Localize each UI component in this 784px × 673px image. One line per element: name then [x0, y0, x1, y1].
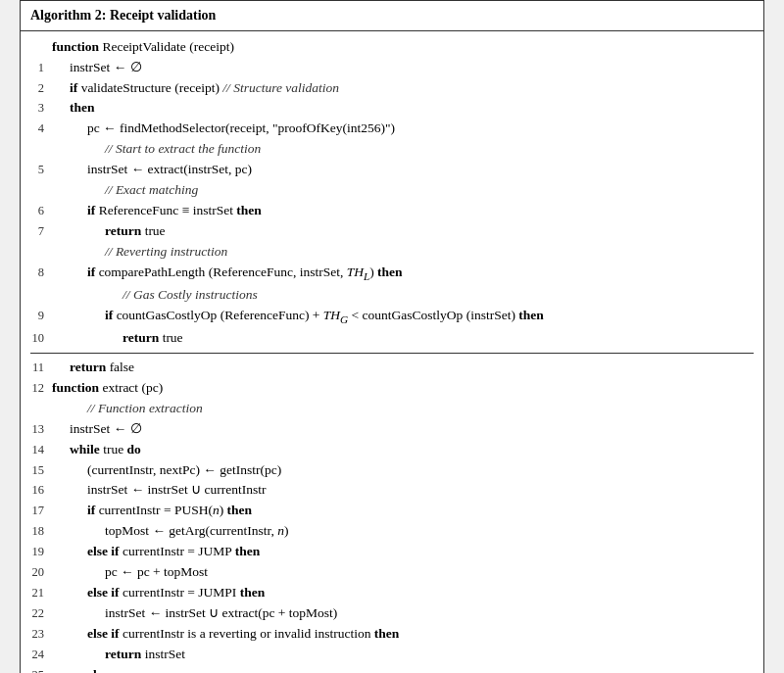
line-content: topMost ← getArg(currentInstr, n) — [52, 521, 754, 542]
line-number: 22 — [30, 604, 52, 623]
algorithm-line: 3then — [30, 98, 754, 119]
line-number: 25 — [30, 666, 52, 673]
line-content: function ReceiptValidate (receipt) — [52, 37, 754, 58]
line-number: 1 — [30, 59, 52, 77]
algorithm-line: // Reverting instruction — [30, 242, 754, 263]
line-number: 10 — [30, 329, 52, 348]
line-number: 9 — [30, 307, 52, 325]
line-content: pc ← findMethodSelector(receipt, "proofO… — [52, 119, 754, 139]
algorithm-line: 4pc ← findMethodSelector(receipt, "proof… — [30, 119, 754, 139]
line-number: 3 — [30, 99, 52, 118]
algorithm-box: Algorithm 2: Receipt validation function… — [20, 0, 764, 673]
line-content: if countGasCostlyOp (ReferenceFunc) + TH… — [52, 306, 754, 328]
line-number: 5 — [30, 161, 52, 179]
line-content: // Function extraction — [52, 399, 754, 419]
algorithm-line: 5instrSet ← extract(instrSet, pc) — [30, 160, 754, 180]
algorithm-line: 7return true — [30, 221, 754, 242]
line-number: 16 — [30, 481, 52, 500]
line-content: if currentInstr = PUSH(n) then — [52, 501, 754, 521]
line-content: (currentInstr, nextPc) ← getInstr(pc) — [52, 460, 754, 481]
line-number: 2 — [30, 79, 52, 98]
algorithm-line: 14while true do — [30, 440, 754, 460]
algorithm-line: // Exact matching — [30, 180, 754, 201]
algorithm-line: 15(currentInstr, nextPc) ← getInstr(pc) — [30, 460, 754, 481]
algorithm-line: // Function extraction — [30, 399, 754, 419]
algorithm-line: 24return instrSet — [30, 645, 754, 665]
algorithm-line: 23else if currentInstr is a reverting or… — [30, 624, 754, 645]
algorithm-line: 18topMost ← getArg(currentInstr, n) — [30, 521, 754, 542]
line-number: 24 — [30, 646, 52, 664]
algorithm-line: 6if ReferenceFunc ≡ instrSet then — [30, 201, 754, 221]
line-content: // Reverting instruction — [52, 242, 754, 263]
line-number: 4 — [30, 120, 52, 138]
algorithm-line: 11return false — [30, 358, 754, 378]
algorithm-line: 20pc ← pc + topMost — [30, 562, 754, 583]
algorithm-line: 25else — [30, 665, 754, 673]
line-content: instrSet ← instrSet ∪ extract(pc + topMo… — [52, 603, 754, 624]
line-content: else — [52, 665, 754, 673]
line-content: return false — [52, 358, 754, 378]
algorithm-line: function ReceiptValidate (receipt) — [30, 37, 754, 58]
line-content: else if currentInstr = JUMPI then — [52, 583, 754, 603]
line-number: 20 — [30, 563, 52, 582]
algorithm-line: 2if validateStructure (receipt) // Struc… — [30, 78, 754, 99]
algorithm-line: 8if comparePathLength (ReferenceFunc, in… — [30, 263, 754, 285]
algorithm-body: function ReceiptValidate (receipt)1instr… — [21, 31, 763, 673]
line-number: 15 — [30, 461, 52, 480]
line-content: if ReferenceFunc ≡ instrSet then — [52, 201, 754, 221]
line-content: then — [52, 98, 754, 119]
algorithm-label: Algorithm 2: — [30, 8, 106, 23]
algorithm-line: // Gas Costly instructions — [30, 285, 754, 306]
line-number: 23 — [30, 625, 52, 644]
algorithm-line: 22instrSet ← instrSet ∪ extract(pc + top… — [30, 603, 754, 624]
line-number: 12 — [30, 379, 52, 398]
line-number: 19 — [30, 543, 52, 561]
line-content: instrSet ← ∅ — [52, 419, 754, 440]
line-content: instrSet ← ∅ — [52, 58, 754, 78]
section-divider — [30, 353, 754, 354]
algorithm-line: 12function extract (pc) — [30, 378, 754, 399]
line-number: 14 — [30, 441, 52, 459]
line-content: else if currentInstr is a reverting or i… — [52, 624, 754, 645]
line-number: 7 — [30, 222, 52, 241]
algorithm-line: 21else if currentInstr = JUMPI then — [30, 583, 754, 603]
line-content: return true — [52, 221, 754, 242]
line-content: function extract (pc) — [52, 378, 754, 399]
line-content: if validateStructure (receipt) // Struct… — [52, 78, 754, 99]
line-content: // Gas Costly instructions — [52, 285, 754, 306]
line-number: 6 — [30, 202, 52, 220]
line-number: 13 — [30, 420, 52, 439]
line-content: while true do — [52, 440, 754, 460]
algorithm-title: Receipt validation — [110, 8, 217, 23]
line-content: instrSet ← instrSet ∪ currentInstr — [52, 480, 754, 501]
line-number: 11 — [30, 359, 52, 377]
line-content: // Exact matching — [52, 180, 754, 201]
algorithm-line: 1instrSet ← ∅ — [30, 58, 754, 78]
line-content: return true — [52, 328, 754, 349]
line-number: 18 — [30, 522, 52, 541]
line-content: // Start to extract the function — [52, 139, 754, 160]
algorithm-header: Algorithm 2: Receipt validation — [21, 1, 763, 31]
line-number: 21 — [30, 584, 52, 602]
line-content: pc ← pc + topMost — [52, 562, 754, 583]
algorithm-line: 17if currentInstr = PUSH(n) then — [30, 501, 754, 521]
line-content: instrSet ← extract(instrSet, pc) — [52, 160, 754, 180]
line-content: if comparePathLength (ReferenceFunc, ins… — [52, 263, 754, 285]
algorithm-line: 10return true — [30, 328, 754, 349]
algorithm-line: 13instrSet ← ∅ — [30, 419, 754, 440]
line-content: return instrSet — [52, 645, 754, 665]
line-number: 17 — [30, 502, 52, 520]
algorithm-line: // Start to extract the function — [30, 139, 754, 160]
line-number: 8 — [30, 264, 52, 282]
algorithm-line: 16instrSet ← instrSet ∪ currentInstr — [30, 480, 754, 501]
algorithm-line: 9if countGasCostlyOp (ReferenceFunc) + T… — [30, 306, 754, 328]
line-content: else if currentInstr = JUMP then — [52, 542, 754, 562]
algorithm-line: 19else if currentInstr = JUMP then — [30, 542, 754, 562]
